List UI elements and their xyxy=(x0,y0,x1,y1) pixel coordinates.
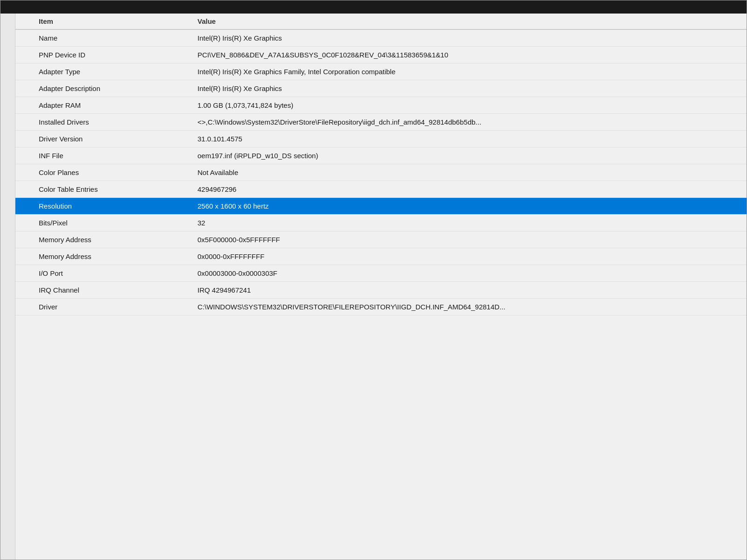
row-item-label: Adapter Type xyxy=(15,63,174,80)
row-item-label: INF File xyxy=(15,147,174,164)
table-row[interactable]: Resolution2560 x 1600 x 60 hertz xyxy=(15,198,747,215)
table-row[interactable]: Memory Address0x5F000000-0x5FFFFFFF xyxy=(15,231,747,248)
row-item-value: PCI\VEN_8086&DEV_A7A1&SUBSYS_0C0F1028&RE… xyxy=(174,47,747,63)
table-wrapper[interactable]: Item Value NameIntel(R) Iris(R) Xe Graph… xyxy=(15,14,747,560)
row-item-value: 4294967296 xyxy=(174,181,747,198)
row-item-label: PNP Device ID xyxy=(15,47,174,63)
row-item-value: 2560 x 1600 x 60 hertz xyxy=(174,198,747,215)
row-item-label: Bits/Pixel xyxy=(15,215,174,231)
row-item-label: Color Table Entries xyxy=(15,181,174,198)
row-item-value: 0x0000-0xFFFFFFFF xyxy=(174,248,747,265)
row-item-label: Installed Drivers xyxy=(15,114,174,131)
table-row[interactable]: Adapter TypeIntel(R) Iris(R) Xe Graphics… xyxy=(15,63,747,80)
row-item-value: 0x00003000-0x0000303F xyxy=(174,265,747,282)
row-item-value: 0x5F000000-0x5FFFFFFF xyxy=(174,231,747,248)
row-item-value: Not Available xyxy=(174,164,747,181)
row-item-value: IRQ 4294967241 xyxy=(174,282,747,299)
table-row[interactable]: Memory Address0x0000-0xFFFFFFFF xyxy=(15,248,747,265)
row-item-label: Color Planes xyxy=(15,164,174,181)
window-container: Item Value NameIntel(R) Iris(R) Xe Graph… xyxy=(0,0,747,560)
properties-table: Item Value NameIntel(R) Iris(R) Xe Graph… xyxy=(15,14,747,315)
table-row[interactable]: Installed Drivers<>,C:\Windows\System32\… xyxy=(15,114,747,131)
table-row[interactable]: INF Fileoem197.inf (iRPLPD_w10_DS sectio… xyxy=(15,147,747,164)
column-header-value: Value xyxy=(174,14,747,29)
table-header-row: Item Value xyxy=(15,14,747,29)
row-item-label: Name xyxy=(15,29,174,47)
side-bar xyxy=(0,14,15,560)
table-row[interactable]: IRQ ChannelIRQ 4294967241 xyxy=(15,282,747,299)
table-row[interactable]: Color PlanesNot Available xyxy=(15,164,747,181)
table-row[interactable]: NameIntel(R) Iris(R) Xe Graphics xyxy=(15,29,747,47)
content-wrapper: Item Value NameIntel(R) Iris(R) Xe Graph… xyxy=(0,14,747,560)
table-row[interactable]: Bits/Pixel32 xyxy=(15,215,747,231)
table-row[interactable]: Color Table Entries4294967296 xyxy=(15,181,747,198)
row-item-label: Driver Version xyxy=(15,131,174,147)
table-row[interactable]: I/O Port0x00003000-0x0000303F xyxy=(15,265,747,282)
table-row[interactable]: Adapter RAM1.00 GB (1,073,741,824 bytes) xyxy=(15,97,747,114)
row-item-label: Adapter Description xyxy=(15,80,174,97)
row-item-label: Resolution xyxy=(15,198,174,215)
table-row[interactable]: Driver Version31.0.101.4575 xyxy=(15,131,747,147)
table-body: NameIntel(R) Iris(R) Xe GraphicsPNP Devi… xyxy=(15,29,747,315)
table-row[interactable]: PNP Device IDPCI\VEN_8086&DEV_A7A1&SUBSY… xyxy=(15,47,747,63)
row-item-label: I/O Port xyxy=(15,265,174,282)
row-item-value: C:\WINDOWS\SYSTEM32\DRIVERSTORE\FILEREPO… xyxy=(174,299,747,315)
title-bar xyxy=(0,0,747,14)
row-item-value: Intel(R) Iris(R) Xe Graphics Family, Int… xyxy=(174,63,747,80)
row-item-label: IRQ Channel xyxy=(15,282,174,299)
row-item-label: Memory Address xyxy=(15,248,174,265)
column-header-item: Item xyxy=(15,14,174,29)
row-item-label: Driver xyxy=(15,299,174,315)
row-item-value: Intel(R) Iris(R) Xe Graphics xyxy=(174,29,747,47)
row-item-label: Memory Address xyxy=(15,231,174,248)
row-item-value: 1.00 GB (1,073,741,824 bytes) xyxy=(174,97,747,114)
row-item-value: 32 xyxy=(174,215,747,231)
table-row[interactable]: DriverC:\WINDOWS\SYSTEM32\DRIVERSTORE\FI… xyxy=(15,299,747,315)
row-item-value: Intel(R) Iris(R) Xe Graphics xyxy=(174,80,747,97)
row-item-value: oem197.inf (iRPLPD_w10_DS section) xyxy=(174,147,747,164)
row-item-value: 31.0.101.4575 xyxy=(174,131,747,147)
table-row[interactable]: Adapter DescriptionIntel(R) Iris(R) Xe G… xyxy=(15,80,747,97)
row-item-value: <>,C:\Windows\System32\DriverStore\FileR… xyxy=(174,114,747,131)
row-item-label: Adapter RAM xyxy=(15,97,174,114)
